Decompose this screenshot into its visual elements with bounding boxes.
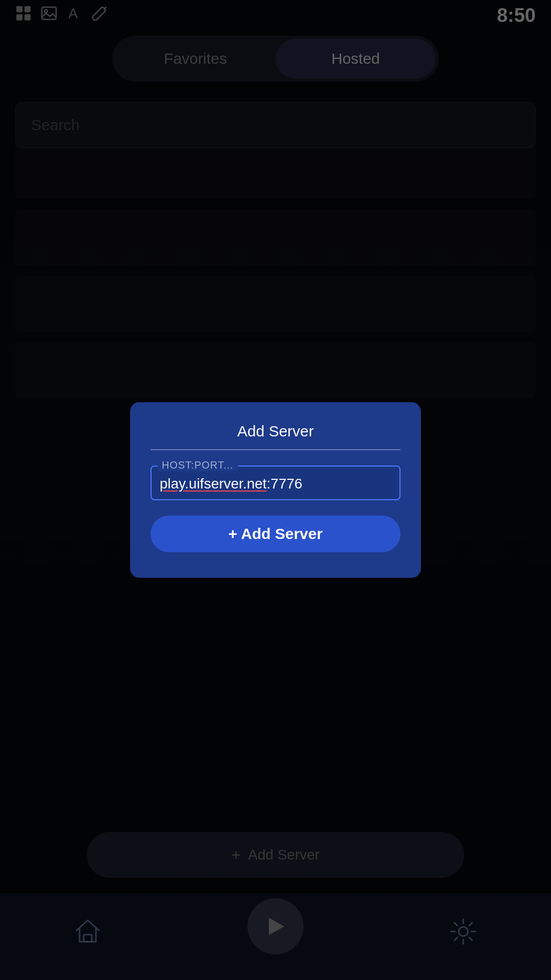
dialog-title: Add Server bbox=[151, 423, 400, 440]
server-host-underlined: play.uifserver.net bbox=[160, 476, 267, 492]
dialog-divider bbox=[151, 449, 400, 450]
add-server-dialog: Add Server HOST:PORT... play.uifserver.n… bbox=[130, 402, 421, 578]
input-label: HOST:PORT... bbox=[158, 459, 238, 471]
server-port: :7776 bbox=[267, 476, 303, 492]
server-input-value[interactable]: play.uifserver.net:7776 bbox=[160, 476, 391, 492]
dialog-add-server-button[interactable]: + Add Server bbox=[151, 516, 400, 552]
host-port-input-wrapper: HOST:PORT... play.uifserver.net:7776 bbox=[151, 465, 400, 500]
